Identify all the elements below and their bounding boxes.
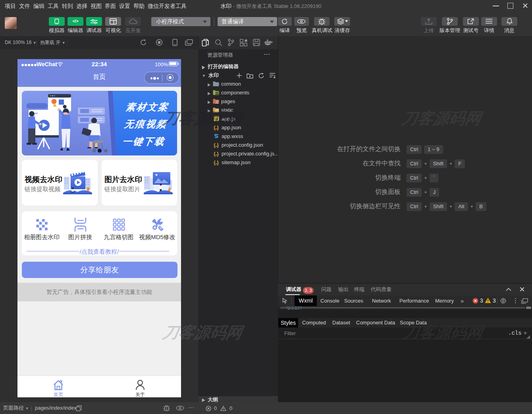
svg-text:素材文案: 素材文案: [125, 102, 170, 112]
svg-text:<>: <>: [216, 101, 219, 104]
svg-text:一键下载: 一键下载: [121, 136, 166, 147]
svg-text:无痕视频: 无痕视频: [123, 119, 168, 129]
svg-text:JS: JS: [214, 117, 218, 121]
